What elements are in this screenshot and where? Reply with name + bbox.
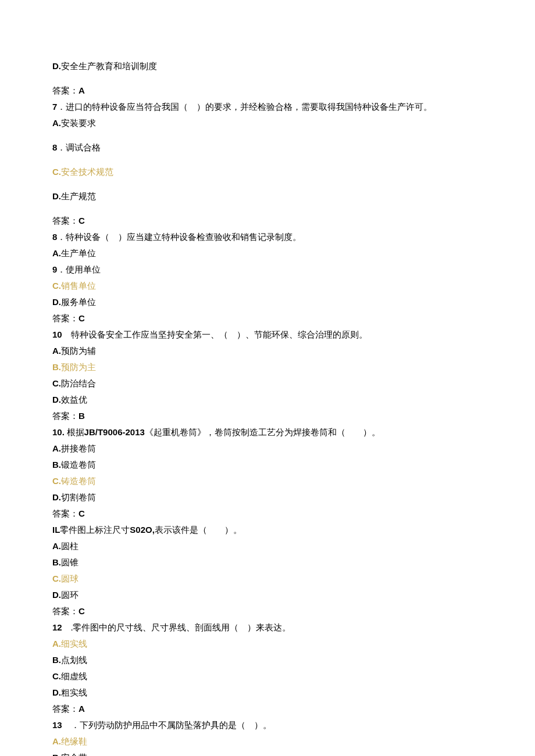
line-prefix: C. xyxy=(52,671,61,681)
text-line: D.效益优 xyxy=(52,392,483,408)
line-text2: 《起重机卷筒》，卷筒按制造工艺分为焊接卷筒和（ ）。 xyxy=(145,428,380,437)
line-text: 生产单位 xyxy=(61,249,96,258)
text-line: C.细虚线 xyxy=(52,668,483,685)
line-prefix: D. xyxy=(52,492,61,502)
line-prefix: 13 xyxy=(52,720,62,730)
line-text: 圆球 xyxy=(61,574,79,583)
line-text: 安全生产教育和培训制度 xyxy=(61,62,157,71)
text-line: A.圆柱 xyxy=(52,538,483,554)
line-suffix: A xyxy=(79,85,85,95)
line-text: 细实线 xyxy=(61,639,87,648)
line-prefix: D. xyxy=(52,395,61,404)
line-suffix: A xyxy=(79,704,85,714)
text-line: IL零件图上标注尺寸S02O,表示该件是（ ）。 xyxy=(52,522,483,538)
text-line: 答案：C xyxy=(52,506,483,522)
text-line: D.粗实线 xyxy=(52,685,483,701)
line-suffix: C xyxy=(79,216,85,225)
text-line: A.预防为辅 xyxy=(52,343,483,359)
line-text: 答案： xyxy=(52,509,79,518)
text-line: 答案：B xyxy=(52,408,483,424)
line-prefix: A. xyxy=(52,118,61,128)
text-line: C.防治结合 xyxy=(52,375,483,392)
text-line: A.生产单位 xyxy=(52,245,483,261)
line-text: 特种设备安全工作应当坚持安全第一、（ ）、节能环保、综合治理的原则。 xyxy=(62,330,368,339)
line-text: ．使用单位 xyxy=(57,265,101,274)
text-line: A.细实线 xyxy=(52,636,483,652)
line-text: 生产规范 xyxy=(61,192,96,201)
text-line: D.服务单位 xyxy=(52,294,483,310)
text-line: 7．进口的特种设备应当符合我国（ ）的要求，并经检验合格，需要取得我国特种设备生… xyxy=(52,99,483,115)
line-text: ．调试合格 xyxy=(57,143,101,152)
line-prefix: C. xyxy=(52,281,61,291)
line-suffix: C xyxy=(79,606,85,616)
line-prefix: D. xyxy=(52,687,61,697)
text-line: C.安全技术规范 xyxy=(52,164,483,180)
line-text: 防治结合 xyxy=(61,379,96,388)
text-line: 答案：A xyxy=(52,701,483,717)
line-text: 细虚线 xyxy=(61,672,87,681)
text-line: 8．调试合格 xyxy=(52,139,483,156)
line-text: 切割卷筒 xyxy=(61,493,96,502)
line-text: 效益优 xyxy=(61,395,87,404)
line-prefix: C. xyxy=(52,378,61,388)
text-line: D.切割卷筒 xyxy=(52,489,483,506)
line-prefix: D. xyxy=(52,61,61,71)
line-text: ．特种设备（ ）应当建立特种设备检查验收和销售记录制度。 xyxy=(57,232,301,242)
line-text: 服务单位 xyxy=(61,298,96,307)
line-suffix: C xyxy=(79,313,85,323)
text-line: 13 ．下列劳动防护用品中不属防坠落护具的是（ ）。 xyxy=(52,717,483,733)
line-prefix: A. xyxy=(52,639,61,648)
text-line: 答案：C xyxy=(52,603,483,619)
line-text: 答案： xyxy=(52,314,79,323)
line-mid: JB/T9006-2013 xyxy=(84,427,145,437)
line-prefix: A. xyxy=(52,736,61,746)
text-line: 8．特种设备（ ）应当建立特种设备检查验收和销售记录制度。 xyxy=(52,229,483,245)
line-suffix: B xyxy=(79,411,85,421)
text-line: 答案：C xyxy=(52,310,483,327)
document-page: D.安全生产教育和培训制度答案：A7．进口的特种设备应当符合我国（ ）的要求，并… xyxy=(0,0,535,756)
line-prefix: 12 xyxy=(52,622,62,632)
line-text: 铸造卷筒 xyxy=(61,476,96,486)
line-prefix: D. xyxy=(52,191,61,201)
text-line: B.圆锥 xyxy=(52,554,483,571)
line-text: ．进口的特种设备应当符合我国（ ）的要求，并经检验合格，需要取得我国特种设备生产… xyxy=(57,102,432,112)
line-text: 圆锥 xyxy=(61,558,79,567)
line-prefix: D. xyxy=(52,590,61,600)
line-prefix: A. xyxy=(52,541,61,551)
text-line: B.预防为主 xyxy=(52,359,483,375)
line-prefix: B. xyxy=(52,460,61,470)
line-text: 答案： xyxy=(52,607,79,616)
line-prefix: A. xyxy=(52,248,61,258)
text-line: D.安全生产教育和培训制度 xyxy=(52,58,483,74)
line-text: 锻造卷筒 xyxy=(61,460,96,470)
text-line: 答案：C xyxy=(52,213,483,229)
line-text: 预防为辅 xyxy=(61,346,96,356)
line-suffix: C xyxy=(79,508,85,518)
text-line: A.安装要求 xyxy=(52,115,483,131)
text-line: A.拼接卷筒 xyxy=(52,440,483,457)
line-text: 拼接卷筒 xyxy=(61,444,96,453)
line-text: 答案： xyxy=(52,216,79,225)
text-line: 12 .零件图中的尺寸线、尺寸界线、剖面线用（ ）来表达。 xyxy=(52,619,483,636)
text-line: B.锻造卷筒 xyxy=(52,457,483,473)
line-prefix: A. xyxy=(52,346,61,356)
line-text: 安全技术规范 xyxy=(61,167,113,177)
line-prefix: IL xyxy=(52,525,60,535)
line-prefix: C. xyxy=(52,574,61,583)
line-text: 圆柱 xyxy=(61,542,79,551)
line-prefix: B. xyxy=(52,753,61,756)
line-text: 点划线 xyxy=(61,655,87,665)
line-prefix: 10. xyxy=(52,427,65,437)
line-text: 安装要求 xyxy=(61,119,96,128)
line-text: 答案： xyxy=(52,86,79,95)
text-line: A.绝缘鞋 xyxy=(52,733,483,750)
line-text: 答案： xyxy=(52,411,79,421)
text-line: 答案：A xyxy=(52,83,483,99)
line-text: 圆环 xyxy=(61,590,79,600)
line-text: 绝缘鞋 xyxy=(61,737,87,746)
line-text: 粗实线 xyxy=(61,688,87,697)
text-line: 9．使用单位 xyxy=(52,261,483,278)
line-text: 答案： xyxy=(52,704,79,714)
text-line: 10. 根据JB/T9006-2013《起重机卷筒》，卷筒按制造工艺分为焊接卷筒… xyxy=(52,424,483,440)
line-text: 根据 xyxy=(65,428,84,437)
